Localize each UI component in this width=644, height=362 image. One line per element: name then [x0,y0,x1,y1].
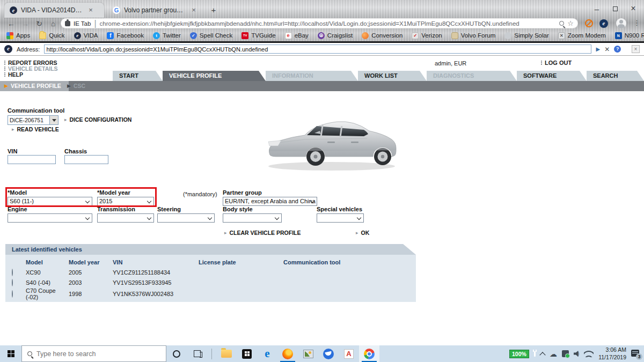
window-close-button[interactable] [624,2,642,15]
communication-tool-label: Communication tool [8,107,64,114]
bookmark-conversion[interactable]: Conversion [362,32,402,39]
image-viewer-button[interactable] [298,345,318,362]
acrobat-button[interactable] [339,345,359,362]
breadcrumb-csc[interactable]: ▶ CSC [67,81,85,91]
dropdown-arrow-icon[interactable] [49,116,58,124]
tab-software[interactable]: SOFTWARE [517,71,587,81]
chassis-input[interactable] [64,155,108,164]
tab-close-icon[interactable] [189,6,198,14]
volume-button[interactable] [574,351,579,357]
browser-tab-volvo[interactable]: Volvo partner groups AME Eur - [107,3,203,18]
bookmark-apps[interactable]: Apps [6,32,30,39]
bookmark-twitter[interactable]: Twitter [153,32,181,39]
file-explorer-button[interactable] [216,345,237,362]
clear-vehicle-profile-link[interactable]: ▸ CLEAR VEHICLE PROFILE [224,230,301,236]
dice-configuration-link[interactable]: ▸ DICE CONFIGURATION [64,116,131,123]
start-button[interactable] [0,345,21,362]
window-minimize-button[interactable] [588,2,606,15]
tv-icon [241,32,248,39]
vehicle-radio[interactable] [12,290,13,298]
search-input[interactable] [36,350,144,358]
tab-diagnostics: DIAGNOSTICS [427,71,517,81]
bookmark-verizon[interactable]: Verizon [412,32,442,39]
firefox-button[interactable] [277,345,298,362]
body-style-select[interactable] [223,213,282,223]
bookmark-tvguide[interactable]: TVGuide [241,32,275,39]
tab-close-icon[interactable] [86,6,95,14]
steering-select[interactable] [157,213,215,223]
home-icon[interactable]: ⌂ [46,19,60,28]
read-vehicle-link[interactable]: ▸ READ VEHICLE [12,126,59,132]
clock-date: 11/17/2019 [598,354,626,360]
tab-search[interactable]: SEARCH [587,71,644,81]
reload-icon[interactable]: ↻ [32,19,46,28]
tab-start[interactable]: START [113,71,163,81]
cortana-button[interactable] [166,345,187,362]
blocked-extension-icon[interactable] [585,19,593,27]
browser-tab-vida[interactable]: VIDA - VIDA2014D, en-US [4,3,104,18]
thunderbird-icon [323,349,334,359]
bookmark-facebook[interactable]: Facebook [107,32,144,39]
taskbar-search[interactable] [21,345,166,362]
bookmark-zoom-modem[interactable]: Zoom Modem [558,32,606,39]
zoom-search-icon[interactable] [559,21,564,26]
engine-label: Engine [8,206,92,212]
special-vehicles-select[interactable] [317,213,364,223]
battery-indicator[interactable]: 100% [509,350,529,358]
edge-button[interactable] [257,345,277,362]
task-view-button[interactable] [187,345,207,362]
table-header-row: Model Model year VIN License plate Commu… [12,257,416,267]
wifi-icon[interactable] [584,351,594,357]
go-arrow-icon[interactable]: ▶ [596,46,600,52]
bookmark-n900-router[interactable]: N900 Router [615,32,644,39]
chrome-menu-icon[interactable] [633,19,640,27]
address-input[interactable] [44,45,591,54]
chrome-button[interactable] [359,345,379,362]
ok-link[interactable]: ▸ OK [356,230,369,236]
tab-work-list[interactable]: WORK LIST [358,71,427,81]
communication-tool-select[interactable]: DiCE-206751 [8,115,58,125]
help-icon[interactable] [614,46,621,53]
bookmark-spellcheck[interactable]: Spell Check [190,32,232,39]
bookmark-ebay[interactable]: eBay [285,32,309,39]
onedrive-cloud-icon[interactable] [550,350,557,358]
apps-grid-icon [6,32,13,39]
partner-group-select[interactable]: EUR/INT, except Arabia and China [223,197,317,206]
engine-select[interactable] [8,213,92,223]
thunderbird-button[interactable] [318,345,339,362]
bookmark-quick[interactable]: Quick [39,32,64,39]
vin-input[interactable] [8,155,56,164]
ebay-icon [285,32,292,39]
bookmark-volvo-forum[interactable]: Volvo Forum [451,32,496,39]
tab-vehicle-profile[interactable]: VEHICLE PROFILE [163,71,266,81]
breadcrumb-vehicle-profile[interactable]: ▶ VEHICLE PROFILE [0,81,69,91]
taskbar-clock[interactable]: 3:06 AM 11/17/2019 [598,346,626,360]
ietab-extension-icon[interactable] [599,19,608,28]
forward-icon[interactable]: → [18,19,32,28]
bookmark-vida[interactable]: VIDA [74,32,98,39]
body-style-label: Body style [223,206,282,212]
settings-wrench-icon[interactable] [604,46,610,53]
new-tab-button[interactable] [208,5,219,16]
notification-center-button[interactable]: 3 [631,350,641,358]
tab-title: Volvo partner groups AME Eur - [124,6,186,14]
vehicle-radio[interactable] [12,269,13,276]
bookmark-simply-solar[interactable]: Simply Solar [504,32,549,39]
back-icon[interactable]: ← [4,19,18,28]
ietab-close-icon[interactable] [632,45,640,53]
vehicle-radio[interactable] [12,279,13,286]
model-select[interactable]: S60 (11-) [8,197,92,206]
logout-button[interactable]: LOG OUT [541,60,572,66]
address-omnibox[interactable]: IE Tab | chrome-extension://hehijbfgiekm… [61,18,578,28]
model-year-select[interactable]: 2015 [97,197,154,206]
profile-avatar[interactable] [616,18,626,28]
extension-puzzle-icon [65,21,70,26]
facebook-icon [107,32,114,39]
tray-expand-icon[interactable] [539,352,545,358]
store-button[interactable] [237,345,257,362]
bookmark-craigslist[interactable]: Craigslist [318,32,353,39]
window-maximize-button[interactable] [606,2,624,15]
bookmark-star-icon[interactable] [567,19,574,27]
transmission-select[interactable] [97,213,154,223]
security-icon[interactable] [562,350,569,357]
